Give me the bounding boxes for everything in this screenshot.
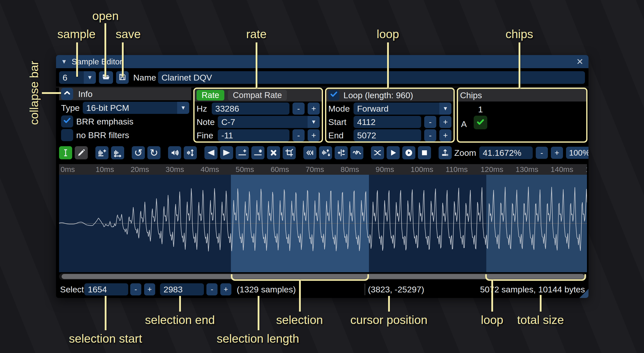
save-sample-button[interactable] (116, 71, 129, 84)
loop-start-minus-button[interactable]: - (424, 116, 436, 128)
floppy-disk-icon (118, 73, 127, 82)
chip-enable-checkbox[interactable] (474, 116, 487, 129)
resize-grip[interactable] (579, 289, 588, 298)
chevron-up-icon (63, 88, 72, 99)
annotation-collapse-bar-label: collapse bar (27, 61, 41, 125)
tab-rate[interactable]: Rate (197, 90, 224, 100)
sample-toolbar: ↺↻ Zoom 41.1672% - + 100% (59, 146, 587, 160)
note-dropdown[interactable]: C-7 ▼ (218, 116, 320, 128)
trim-button[interactable] (283, 146, 296, 159)
zoom-in-button[interactable]: + (551, 147, 563, 159)
amplify-button[interactable] (168, 146, 181, 159)
selection-start-input[interactable]: 1654 (84, 283, 128, 295)
hz-plus-button[interactable]: + (308, 103, 320, 115)
tab-compat-rate[interactable]: Compat Rate (228, 90, 287, 100)
chip-row-label: A (461, 117, 467, 131)
type-dropdown[interactable]: 16-bit PCM ▼ (83, 102, 189, 114)
type-value: 16-bit PCM (83, 102, 177, 114)
chevron-down-icon: ▼ (308, 116, 320, 128)
edit-select-button[interactable] (59, 146, 72, 159)
selection-end-plus-button[interactable]: + (220, 283, 231, 295)
loop-end-minus-button[interactable]: - (424, 129, 436, 141)
scrollbar-thumb[interactable] (62, 274, 584, 279)
close-icon[interactable]: ✕ (576, 57, 584, 67)
mode-label: Mode (328, 104, 351, 114)
insert-silence-button[interactable] (236, 146, 249, 159)
collapse-bar-button[interactable] (61, 88, 73, 100)
edit-draw-button[interactable] (75, 146, 88, 159)
fine-minus-button[interactable]: - (292, 129, 305, 141)
loop-end-plus-button[interactable]: + (439, 129, 451, 141)
brr-emphasis-label: BRR emphasis (76, 117, 133, 127)
annotation-cursor-line (388, 296, 390, 312)
resample-button[interactable] (111, 146, 124, 159)
preview-cursor-button[interactable] (402, 146, 415, 159)
selection-start-minus-button[interactable]: - (130, 283, 141, 295)
stop-button[interactable] (418, 146, 431, 159)
window-titlebar[interactable]: ▼ Sample Editor ✕ (56, 55, 588, 68)
apply-silence-button[interactable] (251, 146, 264, 159)
zoom-input[interactable]: 41.1672% (479, 146, 533, 159)
signed-unsigned-button[interactable] (335, 146, 348, 159)
ruler-label: 110ms (446, 165, 468, 174)
crossfade-button[interactable] (371, 146, 384, 159)
fade-out-button[interactable] (220, 146, 233, 159)
annotation-save-label: save (116, 27, 141, 41)
check-icon (329, 90, 338, 101)
undo-button[interactable]: ↺ (132, 146, 145, 159)
loop-section: Loop (length: 960) Mode Forward ▼ Start … (325, 88, 455, 143)
preview-button[interactable] (387, 146, 400, 159)
hz-input[interactable]: 33286 (212, 103, 289, 115)
fine-plus-button[interactable]: + (308, 129, 320, 141)
ruler-label: 20ms (130, 165, 149, 174)
annotation-cursor-label: cursor position (350, 313, 427, 327)
name-input[interactable]: Clarinet DQV (158, 71, 585, 84)
sample-selector[interactable]: 6 ▼ (59, 71, 96, 84)
ruler-label: 60ms (271, 165, 289, 174)
ruler-label: 70ms (306, 165, 324, 174)
annotation-selection-end-line (179, 296, 181, 312)
check-icon (63, 116, 72, 127)
loop-mode-dropdown[interactable]: Forward ▼ (354, 103, 451, 115)
window-collapse-triangle-icon[interactable]: ▼ (61, 58, 67, 65)
fine-label: Fine (197, 131, 215, 140)
info-section: Info Type 16-bit PCM ▼ BRR emphasis no B… (59, 88, 191, 143)
zoom-reset-button[interactable]: 100% (566, 147, 588, 159)
zoom-label: Zoom (454, 148, 476, 158)
no-brr-filters-checkbox[interactable] (61, 129, 73, 141)
total-size-text: 5072 samples, 10144 bytes (480, 285, 585, 294)
ruler-label: 50ms (236, 165, 254, 174)
invert-button[interactable] (319, 146, 332, 159)
waveform-scrollbar[interactable] (59, 273, 587, 280)
open-sample-button[interactable] (99, 71, 113, 84)
ruler-label: 150ms (586, 165, 587, 174)
select-label: Select: (60, 285, 86, 294)
fade-in-button[interactable] (204, 146, 218, 159)
make-instrument-button[interactable] (439, 146, 452, 159)
loop-end-input[interactable]: 5072 (354, 129, 421, 141)
annotation-total-size-label: total size (517, 313, 564, 327)
filter-button[interactable] (350, 146, 363, 159)
annotation-selection-start-line (105, 296, 106, 330)
selection-end-input[interactable]: 2983 (160, 283, 204, 295)
loop-start-input[interactable]: 4112 (354, 116, 421, 128)
loop-start-plus-button[interactable]: + (439, 116, 451, 128)
reverse-button[interactable] (303, 146, 316, 159)
rate-section: Rate Compat Rate Hz 33286 - + Note C-7 ▼… (193, 88, 323, 143)
normalize-button[interactable] (184, 146, 197, 159)
fine-input[interactable]: -11 (218, 129, 289, 141)
annotation-chips-label: chips (505, 27, 533, 41)
ruler-label: 40ms (201, 165, 219, 174)
zoom-out-button[interactable]: - (536, 147, 548, 159)
chevron-down-icon[interactable]: ▼ (84, 71, 96, 84)
brr-emphasis-checkbox[interactable] (61, 115, 73, 128)
resize-button[interactable] (95, 146, 109, 159)
loop-enable-checkbox[interactable] (328, 90, 339, 100)
delete-button[interactable] (267, 146, 280, 159)
hz-minus-button[interactable]: - (292, 103, 305, 115)
redo-button[interactable]: ↻ (147, 146, 160, 159)
selection-end-minus-button[interactable]: - (206, 283, 218, 295)
waveform-plot (59, 175, 587, 272)
waveform-view[interactable] (59, 175, 587, 272)
selection-start-plus-button[interactable]: + (144, 283, 155, 295)
